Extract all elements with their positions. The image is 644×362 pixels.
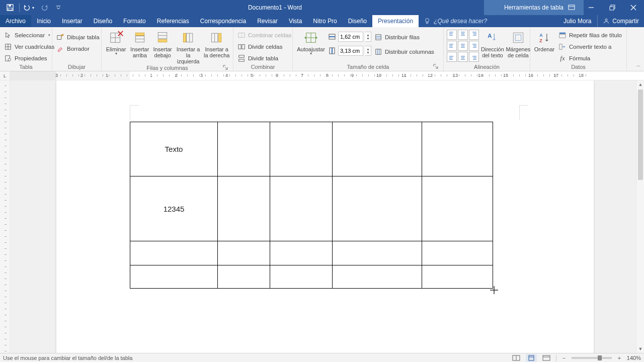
qat-customize-button[interactable] bbox=[54, 1, 63, 15]
seleccionar-button[interactable]: Seleccionar▾ bbox=[3, 30, 55, 40]
table-row[interactable] bbox=[130, 265, 493, 289]
distribuir-filas-button[interactable]: Distribuir filas bbox=[373, 32, 435, 42]
col-width-field[interactable] bbox=[338, 46, 363, 56]
tab-vista[interactable]: Vista bbox=[283, 15, 307, 27]
align-bot-left[interactable] bbox=[447, 52, 457, 62]
table-cell[interactable] bbox=[422, 265, 493, 289]
zoom-in-button[interactable]: + bbox=[616, 355, 623, 361]
tab-diseno[interactable]: Diseño bbox=[88, 15, 118, 27]
col-width-input[interactable]: ▲▼ bbox=[328, 46, 371, 56]
table-cell[interactable] bbox=[422, 176, 493, 241]
margenes-celda-button[interactable]: Márgenes de celda bbox=[506, 29, 530, 58]
zoom-slider[interactable] bbox=[572, 357, 612, 359]
table-row[interactable] bbox=[130, 241, 493, 265]
tab-presentacion[interactable]: Presentación bbox=[372, 15, 419, 27]
filas-columnas-dialog-launcher[interactable] bbox=[223, 65, 229, 71]
table-cell[interactable] bbox=[333, 265, 422, 289]
ribbon-display-button[interactable] bbox=[562, 0, 581, 15]
row-height-spinner[interactable]: ▲▼ bbox=[365, 32, 371, 42]
tab-inicio[interactable]: Inicio bbox=[31, 15, 56, 27]
table-cell[interactable] bbox=[270, 265, 333, 289]
dividir-celdas-button[interactable]: Dividir celdas bbox=[236, 41, 292, 52]
row-height-input[interactable]: ▲▼ bbox=[328, 32, 371, 42]
table-cell[interactable] bbox=[422, 122, 493, 176]
align-top-center[interactable] bbox=[458, 30, 468, 40]
align-top-left[interactable] bbox=[447, 30, 457, 40]
zoom-out-button[interactable]: − bbox=[560, 355, 568, 361]
tab-referencias[interactable]: Referencias bbox=[151, 15, 195, 27]
table-cell[interactable] bbox=[218, 122, 270, 176]
repetir-filas-button[interactable]: Repetir filas de título bbox=[557, 30, 623, 40]
table-cell[interactable] bbox=[218, 176, 270, 241]
align-mid-left[interactable] bbox=[447, 41, 457, 51]
table-cell[interactable] bbox=[270, 122, 333, 176]
table-cell[interactable] bbox=[130, 265, 218, 289]
resize-handle-icon[interactable] bbox=[490, 286, 499, 295]
align-bot-right[interactable] bbox=[469, 52, 479, 62]
tab-archivo[interactable]: Archivo bbox=[0, 15, 31, 27]
vertical-scrollbar[interactable]: ▲ ▼ bbox=[636, 80, 644, 353]
tab-formato[interactable]: Formato bbox=[118, 15, 151, 27]
document-table[interactable]: Texto 12345 bbox=[130, 122, 493, 289]
table-cell[interactable] bbox=[218, 241, 270, 265]
collapse-ribbon-button[interactable]: ︿ bbox=[636, 62, 641, 69]
scroll-up-button[interactable]: ▲ bbox=[636, 80, 644, 88]
direccion-texto-button[interactable]: A Dirección del texto bbox=[481, 29, 504, 58]
insertar-debajo-button[interactable]: Insertar debajo bbox=[152, 29, 173, 58]
zoom-level[interactable]: 140% bbox=[627, 355, 641, 361]
align-mid-right[interactable] bbox=[469, 41, 479, 51]
col-width-spinner[interactable]: ▲▼ bbox=[365, 46, 371, 56]
insertar-izquierda-button[interactable]: Insertar a la izquierda bbox=[175, 29, 202, 64]
table-cell[interactable] bbox=[333, 241, 422, 265]
zoom-slider-thumb[interactable] bbox=[598, 355, 602, 360]
restore-button[interactable] bbox=[602, 0, 623, 15]
ver-cuadriculas-button[interactable]: Ver cuadrículas bbox=[3, 41, 55, 52]
dividir-tabla-button[interactable]: Dividir tabla bbox=[236, 53, 292, 63]
align-bot-center[interactable] bbox=[458, 52, 468, 62]
table-cell[interactable] bbox=[270, 241, 333, 265]
table-cell[interactable] bbox=[422, 241, 493, 265]
table-cell[interactable]: Texto bbox=[130, 122, 218, 176]
borrador-button[interactable]: Borrador bbox=[55, 43, 101, 54]
autoajustar-button[interactable]: Autoajustar▾ bbox=[296, 29, 326, 55]
ordenar-button[interactable]: AZ Ordenar bbox=[533, 29, 555, 52]
propiedades-button[interactable]: Propiedades bbox=[3, 53, 55, 63]
convertir-texto-button[interactable]: Convertir texto a bbox=[557, 41, 623, 52]
formula-button[interactable]: fxFórmula bbox=[557, 53, 623, 63]
vertical-ruler[interactable] bbox=[0, 80, 10, 353]
combinar-celdas-button[interactable]: Combinar celdas bbox=[236, 30, 292, 40]
web-layout-button[interactable] bbox=[541, 354, 552, 362]
read-mode-button[interactable] bbox=[511, 354, 522, 362]
dibujar-tabla-button[interactable]: Dibujar tabla bbox=[55, 32, 101, 42]
tamano-dialog-launcher[interactable] bbox=[433, 64, 439, 70]
table-cell[interactable] bbox=[333, 122, 422, 176]
table-cell[interactable] bbox=[218, 265, 270, 289]
save-button[interactable] bbox=[3, 1, 17, 15]
scroll-thumb[interactable] bbox=[638, 89, 643, 180]
align-top-right[interactable] bbox=[469, 30, 479, 40]
undo-button[interactable]: ▼ bbox=[22, 1, 36, 15]
tab-revisar[interactable]: Revisar bbox=[252, 15, 283, 27]
page-viewport[interactable]: Texto 12345 bbox=[10, 80, 636, 353]
user-name[interactable]: Julio Mora bbox=[557, 15, 597, 27]
tab-insertar[interactable]: Insertar bbox=[56, 15, 88, 27]
redo-button[interactable] bbox=[38, 1, 52, 15]
table-row[interactable]: Texto bbox=[130, 122, 493, 176]
tab-nitro-pro[interactable]: Nitro Pro bbox=[307, 15, 342, 27]
scroll-down-button[interactable]: ▼ bbox=[636, 345, 644, 353]
horizontal-ruler[interactable]: 321123456789101112131415161718 bbox=[10, 71, 644, 80]
minimize-button[interactable] bbox=[581, 0, 602, 15]
table-cell[interactable] bbox=[130, 241, 218, 265]
row-height-field[interactable] bbox=[338, 32, 363, 42]
table-cell[interactable] bbox=[333, 176, 422, 241]
insertar-arriba-button[interactable]: Insertar arriba bbox=[129, 29, 150, 58]
table-cell[interactable]: 12345 bbox=[130, 176, 218, 241]
align-mid-center[interactable] bbox=[458, 41, 468, 51]
share-button[interactable]: Compartir bbox=[597, 15, 644, 27]
print-layout-button[interactable] bbox=[526, 354, 537, 362]
close-button[interactable] bbox=[623, 0, 644, 15]
insertar-derecha-button[interactable]: Insertar a la derecha bbox=[203, 29, 230, 58]
eliminar-button[interactable]: Eliminar ▾ bbox=[105, 29, 127, 55]
distribuir-columnas-button[interactable]: Distribuir columnas bbox=[373, 46, 435, 57]
tell-me-search[interactable]: ¿Qué desea hacer? bbox=[419, 15, 492, 27]
